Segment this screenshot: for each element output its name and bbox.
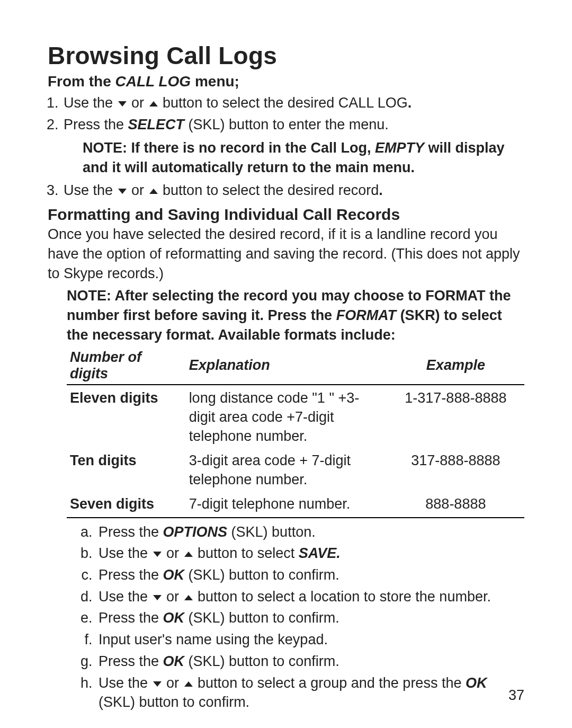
note2-format: FORMAT [336,307,396,323]
h-3: (SKL) button to confirm. [99,694,249,710]
step-2: Press the SELECT (SKL) button to enter t… [62,115,524,177]
step2-select: SELECT [128,117,185,132]
step-d: Use the or button to select a location t… [96,587,524,607]
step1-text-a: Use the [64,95,117,111]
f: Input user's name using the keypad. [99,632,328,647]
d-2: button to select a location to store the… [194,589,491,605]
b-or: or [163,545,183,561]
step1-or: or [128,95,148,111]
step3-text-a: Use the [64,182,117,198]
g-2: (SKL) button to confirm. [184,653,339,669]
section-2-paragraph: Once you have selected the desired recor… [48,225,524,283]
step3-text-b: button to select the desired record [159,182,379,198]
step-h: Use the or button to select a group and … [96,673,524,712]
triangle-down-icon [153,552,162,557]
a-2: (SKL) button. [227,524,316,540]
c-ok: OK [163,567,185,583]
step-3: Use the or button to select the desired … [62,181,524,200]
g-ok: OK [163,653,185,669]
cell-digits: Seven digits [67,491,186,517]
triangle-up-icon [149,189,158,194]
e-2: (SKL) button to confirm. [184,610,339,626]
step1-text-b: button to select the desired CALL LOG [159,95,408,111]
from-suffix: menu; [191,73,239,90]
step-f: Input user's name using the keypad. [96,630,524,650]
g-1: Press the [99,653,163,669]
cell-explain: long distance code "1 " +3-digit area co… [186,385,387,448]
step-1: Use the or button to select the desired … [62,93,524,113]
note1-empty: EMPTY [375,140,424,156]
note1-a: NOTE: If there is no record in the Call … [83,140,375,156]
d-or: or [163,589,183,605]
triangle-down-icon [153,595,162,600]
cell-digits: Eleven digits [67,385,186,448]
triangle-up-icon [184,552,193,557]
cell-explain: 3-digit area code + 7-digit telephone nu… [186,448,387,491]
lettered-steps: Press the OPTIONS (SKL) button. Use the … [81,522,524,712]
from-line: From the CALL LOG menu; [48,73,524,90]
table-row: Eleven digits long distance code "1 " +3… [67,385,524,448]
from-prefix: From the [48,73,115,90]
step1-dot: . [408,95,412,111]
triangle-up-icon [184,681,193,687]
page-number: 37 [508,687,524,704]
step-e: Press the OK (SKL) button to confirm. [96,608,524,628]
d-1: Use the [99,589,152,605]
step2-text-a: Press the [64,117,128,132]
page-title: Browsing Call Logs [48,41,524,70]
e-ok: OK [163,610,185,626]
b-1: Use the [99,545,152,561]
step-c: Press the OK (SKL) button to confirm. [96,565,524,585]
table-row: Seven digits 7-digit telephone number. 8… [67,491,524,517]
step3-dot: . [379,182,383,198]
triangle-up-icon [149,101,158,106]
c-2: (SKL) button to confirm. [184,567,339,583]
h-ok: OK [466,675,487,691]
step-b: Use the or button to select SAVE. [96,544,524,563]
triangle-up-icon [184,595,193,600]
main-steps: Use the or button to select the desired … [48,93,524,200]
c-1: Press the [99,567,163,583]
b-2: button to select [194,545,299,561]
h-or: or [163,675,183,691]
table-row: Ten digits 3-digit area code + 7-digit t… [67,448,524,491]
th-digits: Number of digits [67,348,186,385]
th-example: Example [387,348,524,385]
manual-page: Browsing Call Logs From the CALL LOG men… [0,0,572,728]
cell-explain: 7-digit telephone number. [186,491,387,517]
h-1: Use the [99,675,152,691]
from-menu-name: CALL LOG [115,73,191,90]
table-header-row: Number of digits Explanation Example [67,348,524,385]
step-a: Press the OPTIONS (SKL) button. [96,522,524,542]
triangle-down-icon [118,101,127,106]
step2-text-b: (SKL) button to enter the menu. [184,117,389,132]
b-save: SAVE. [299,545,341,561]
cell-example: 888-8888 [387,491,524,517]
a-options: OPTIONS [163,524,228,540]
cell-digits: Ten digits [67,448,186,491]
cell-example: 1-317-888-8888 [387,385,524,448]
note-format: NOTE: After selecting the record you may… [67,286,524,344]
section-2-title: Formatting and Saving Individual Call Re… [48,206,524,224]
triangle-down-icon [153,681,162,687]
note-empty: NOTE: If there is no record in the Call … [83,138,524,178]
th-explain: Explanation [186,348,387,385]
step-g: Press the OK (SKL) button to confirm. [96,652,524,671]
e-1: Press the [99,610,163,626]
triangle-down-icon [118,189,127,194]
cell-example: 317-888-8888 [387,448,524,491]
h-2: button to select a group and the press t… [194,675,466,691]
step3-or: or [128,182,148,198]
a-1: Press the [99,524,163,540]
format-table: Number of digits Explanation Example Ele… [67,348,524,518]
